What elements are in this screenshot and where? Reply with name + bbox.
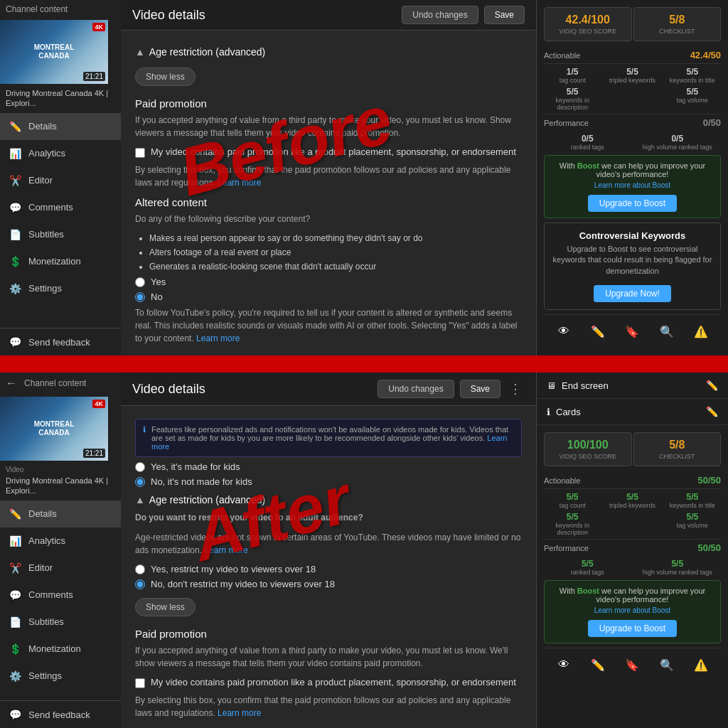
after-sidebar-item-editor[interactable]: ✂️ Editor [0,555,121,582]
sidebar-item-comments[interactable]: 💬 Comments [0,194,121,221]
after-checklist-label: CHECKLIST [640,453,715,460]
ranked-tags: 0/5 ranked tags [544,134,631,151]
after-search-tool-icon[interactable]: 🔍 [656,654,678,675]
save-button[interactable]: Save [484,6,525,24]
age-question: Do you want to restrict your video to an… [135,511,522,524]
sidebar-item-settings[interactable]: ⚙️ Settings [0,275,121,302]
age-restriction-collapse[interactable]: ▲ Age restriction (advanced) [135,46,522,58]
feedback-icon: 💬 [9,336,21,348]
after-sidebar-analytics-label: Analytics [28,535,65,546]
after-sidebar-thumbnail[interactable]: MONTREALCANADA 4K 21:21 [0,397,108,461]
paid-promotion-desc: If you accepted anything of value from a… [135,114,522,139]
after-metric-kw-title: 5/5 keywords in title [664,492,721,509]
after-boost-learn-more-link[interactable]: Learn more about Boost [550,606,714,614]
after-save-button[interactable]: Save [460,380,500,398]
performance-score: 0/50 [703,117,721,128]
cards-edit-icon[interactable]: ✏️ [706,406,718,417]
altered-yes-radio[interactable] [135,277,145,287]
boost-learn-more-link[interactable]: Learn more about Boost [550,181,714,189]
kids-yes-radio[interactable] [135,462,145,472]
sidebar-item-details[interactable]: ✏️ Details [0,113,121,140]
after-thumb-image: MONTREALCANADA 4K 21:21 [0,397,108,461]
controversial-title: Controversial Keywords [552,230,713,241]
after-sidebar-item-details[interactable]: ✏️ Details [0,500,121,528]
after-learn-more-link[interactable]: Learn more [218,708,261,718]
after-edit-tool-icon[interactable]: ✏️ [587,654,609,675]
after-sidebar-item-comments[interactable]: 💬 Comments [0,582,121,609]
after-paid-promotion-checkbox[interactable] [135,678,145,688]
after-analytics-icon: 📊 [9,535,21,547]
seo-score-value: 42.4/100 [550,14,626,26]
undo-changes-button[interactable]: Undo changes [402,6,478,24]
show-less-button[interactable]: Show less [135,68,196,86]
after-paid-promotion-checkbox-row: My video contains paid promotion like a … [135,677,522,688]
after-sidebar-video-title: Video Driving Montreal Canada 4K | Explo… [0,464,121,500]
restrict-no-radio[interactable] [135,579,145,589]
thumb-city-text: MONTREALCANADA [34,43,75,60]
after-header-actions: Undo changes Save ⋮ [378,378,525,400]
after-warning-tool-icon[interactable]: ⚠️ [690,654,712,675]
after-tool-icons-row: 👁 ✏️ 🔖 🔍 ⚠️ [544,648,721,681]
altered-no-radio[interactable] [135,292,145,302]
after-sidebar-item-subtitles[interactable]: 📄 Subtitles [0,609,121,636]
end-screen-panel-item[interactable]: 🖥 End screen ✏️ [537,373,728,399]
after-more-options-button[interactable]: ⋮ [506,378,525,400]
sidebar-send-feedback[interactable]: 💬 Send feedback [0,328,121,355]
sidebar-item-editor[interactable]: ✂️ Editor [0,167,121,194]
sidebar-item-monetization[interactable]: 💲 Monetization [0,248,121,275]
age-learn-more-link[interactable]: Learn more [204,545,247,555]
after-sidebar-item-settings[interactable]: ⚙️ Settings [0,663,121,690]
altered-learn-more-link[interactable]: Learn more [196,333,240,343]
after-sidebar-item-analytics[interactable]: 📊 Analytics [0,528,121,555]
back-arrow-icon[interactable]: ← [6,377,17,390]
after-boost-text: With Boost we can help you improve your … [560,587,705,604]
vidiq-scores: 42.4/100 VIDIQ SEO SCORE 5/8 CHECKLIST [544,7,721,41]
paid-promotion-checkbox[interactable] [135,148,145,158]
cards-panel-item[interactable]: ℹ Cards ✏️ [537,399,728,425]
upgrade-now-button[interactable]: Upgrade Now! [594,285,671,302]
after-sidebar-item-monetization[interactable]: 💲 Monetization [0,636,121,663]
performance-label: Performance [544,119,589,127]
bookmark-tool-icon[interactable]: 🔖 [621,321,643,342]
perf-metrics: 0/5 ranked tags 0/5 high volume ranked t… [544,134,721,151]
sidebar-item-analytics[interactable]: 📊 Analytics [0,140,121,167]
end-screen-icon: 🖥 [547,380,556,391]
upgrade-boost-button[interactable]: Upgrade to Boost [588,195,677,212]
learn-more-link[interactable]: Learn more [218,178,261,188]
after-send-feedback[interactable]: 💬 Send feedback [0,700,121,728]
metric-kw-title: 5/5 keywords in title [664,67,721,84]
altered-desc: Do any of the following describe your co… [135,213,522,225]
kids-no-radio[interactable] [135,477,145,487]
edit-tool-icon[interactable]: ✏️ [587,321,609,342]
end-screen-edit-icon[interactable]: ✏️ [706,380,718,391]
metric-empty [604,87,660,111]
warning-tool-icon[interactable]: ⚠️ [690,321,712,342]
after-eye-tool-icon[interactable]: 👁 [553,654,574,675]
age-desc: Age-restricted videos are not shown in c… [135,531,522,557]
sidebar-item-label: Editor [28,175,53,186]
before-main: Video details Undo changes Save ▲ Age re… [121,0,536,355]
after-show-less-button[interactable]: Show less [135,598,196,616]
after-main: Video details Undo changes Save ⋮ ℹ Feat… [121,373,536,728]
sidebar-thumbnail[interactable]: MONTREALCANADA 4K 21:21 [0,20,108,84]
altered-yes-row: Yes [135,277,522,287]
thumb-image: MONTREALCANADA 4K 21:21 [0,20,108,84]
editor-icon: ✂️ [9,174,21,187]
settings-icon: ⚙️ [9,282,21,295]
after-checklist-score-box: 5/8 CHECKLIST [633,432,722,466]
restrict-yes-radio[interactable] [135,564,145,574]
after-undo-button[interactable]: Undo changes [378,380,454,398]
after-checklist-score-value: 5/8 [640,439,715,451]
seo-score-box: 42.4/100 VIDIQ SEO SCORE [544,7,632,41]
eye-tool-icon[interactable]: 👁 [553,321,574,342]
seo-score-label: VIDIQ SEO SCORE [550,28,626,35]
after-age-restriction-collapse[interactable]: ▲ Age restriction (advanced) [135,494,522,505]
actionable-label: Actionable [544,51,580,60]
after-bookmark-tool-icon[interactable]: 🔖 [621,654,643,675]
after-sidebar-editor-label: Editor [28,562,53,573]
after-paid-promotion-checkbox-label: My video contains paid promotion like a … [151,677,516,687]
after-upgrade-boost-button[interactable]: Upgrade to Boost [588,620,677,637]
sidebar-nav: ✏️ Details 📊 Analytics ✂️ Editor 💬 Comme… [0,113,121,328]
search-tool-icon[interactable]: 🔍 [656,321,678,342]
sidebar-item-subtitles[interactable]: 📄 Subtitles [0,221,121,248]
